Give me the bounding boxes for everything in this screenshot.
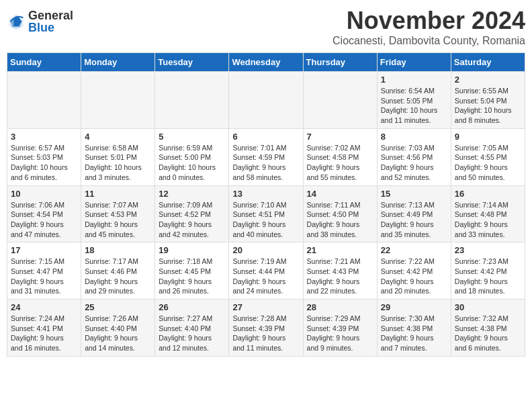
day-info: Sunrise: 7:09 AMSunset: 4:52 PMDaylight:…	[159, 200, 225, 240]
day-number: 18	[85, 245, 151, 255]
day-number: 27	[232, 302, 299, 312]
calendar-week-row: 17Sunrise: 7:15 AMSunset: 4:47 PMDayligh…	[7, 242, 525, 300]
calendar-cell	[7, 72, 81, 129]
calendar-cell: 18Sunrise: 7:17 AMSunset: 4:46 PMDayligh…	[81, 242, 155, 300]
weekday-header: Tuesday	[155, 53, 229, 72]
calendar-cell	[81, 72, 155, 129]
calendar-cell: 5Sunrise: 6:59 AMSunset: 5:00 PMDaylight…	[155, 128, 229, 185]
day-info: Sunrise: 7:19 AMSunset: 4:44 PMDaylight:…	[232, 257, 299, 296]
day-number: 29	[381, 302, 447, 312]
location-title: Ciocanesti, Dambovita County, Romania	[332, 35, 525, 47]
calendar-cell: 13Sunrise: 7:10 AMSunset: 4:51 PMDayligh…	[229, 185, 303, 242]
day-number: 5	[159, 132, 225, 142]
calendar-cell: 6Sunrise: 7:01 AMSunset: 4:59 PMDaylight…	[229, 128, 303, 185]
calendar-cell: 3Sunrise: 6:57 AMSunset: 5:03 PMDaylight…	[7, 128, 81, 185]
calendar-cell: 24Sunrise: 7:24 AMSunset: 4:41 PMDayligh…	[7, 300, 81, 357]
day-number: 24	[11, 302, 77, 312]
day-info: Sunrise: 7:11 AMSunset: 4:50 PMDaylight:…	[307, 200, 373, 240]
day-info: Sunrise: 7:01 AMSunset: 4:59 PMDaylight:…	[232, 143, 299, 183]
day-number: 21	[307, 245, 373, 255]
day-number: 2	[455, 75, 521, 85]
day-number: 1	[381, 75, 447, 85]
calendar-cell: 21Sunrise: 7:21 AMSunset: 4:43 PMDayligh…	[303, 242, 377, 300]
calendar-week-row: 24Sunrise: 7:24 AMSunset: 4:41 PMDayligh…	[7, 300, 525, 357]
day-info: Sunrise: 7:17 AMSunset: 4:46 PMDaylight:…	[85, 257, 151, 296]
calendar-cell: 9Sunrise: 7:05 AMSunset: 4:55 PMDaylight…	[451, 128, 525, 185]
day-info: Sunrise: 7:27 AMSunset: 4:40 PMDaylight:…	[159, 314, 225, 353]
calendar-cell: 23Sunrise: 7:23 AMSunset: 4:42 PMDayligh…	[451, 242, 525, 300]
day-number: 22	[381, 245, 447, 255]
calendar-cell: 20Sunrise: 7:19 AMSunset: 4:44 PMDayligh…	[229, 242, 303, 300]
day-info: Sunrise: 7:03 AMSunset: 4:56 PMDaylight:…	[381, 143, 447, 183]
weekday-header: Wednesday	[229, 53, 303, 72]
calendar-cell: 16Sunrise: 7:14 AMSunset: 4:48 PMDayligh…	[451, 185, 525, 242]
day-info: Sunrise: 6:59 AMSunset: 5:00 PMDaylight:…	[159, 143, 225, 183]
day-info: Sunrise: 7:23 AMSunset: 4:42 PMDaylight:…	[455, 257, 521, 296]
calendar-cell: 8Sunrise: 7:03 AMSunset: 4:56 PMDaylight…	[377, 128, 451, 185]
day-info: Sunrise: 6:55 AMSunset: 5:04 PMDaylight:…	[455, 86, 521, 126]
day-info: Sunrise: 7:06 AMSunset: 4:54 PMDaylight:…	[11, 200, 77, 240]
calendar-cell: 10Sunrise: 7:06 AMSunset: 4:54 PMDayligh…	[7, 185, 81, 242]
day-number: 16	[455, 189, 521, 199]
day-info: Sunrise: 6:58 AMSunset: 5:01 PMDaylight:…	[85, 143, 151, 183]
day-info: Sunrise: 7:30 AMSunset: 4:38 PMDaylight:…	[381, 314, 447, 353]
calendar-cell: 29Sunrise: 7:30 AMSunset: 4:38 PMDayligh…	[377, 300, 451, 357]
logo-blue: Blue	[28, 21, 73, 34]
day-number: 26	[159, 302, 225, 312]
calendar-cell: 30Sunrise: 7:32 AMSunset: 4:38 PMDayligh…	[451, 300, 525, 357]
day-info: Sunrise: 7:02 AMSunset: 4:58 PMDaylight:…	[307, 143, 373, 183]
weekday-header: Sunday	[7, 53, 81, 72]
logo-icon	[7, 12, 26, 31]
calendar-cell: 14Sunrise: 7:11 AMSunset: 4:50 PMDayligh…	[303, 185, 377, 242]
day-info: Sunrise: 6:57 AMSunset: 5:03 PMDaylight:…	[11, 143, 77, 183]
day-info: Sunrise: 7:05 AMSunset: 4:55 PMDaylight:…	[455, 143, 521, 183]
calendar-cell: 28Sunrise: 7:29 AMSunset: 4:39 PMDayligh…	[303, 300, 377, 357]
day-info: Sunrise: 7:15 AMSunset: 4:47 PMDaylight:…	[11, 257, 77, 296]
weekday-header: Thursday	[303, 53, 377, 72]
calendar-cell: 15Sunrise: 7:13 AMSunset: 4:49 PMDayligh…	[377, 185, 451, 242]
day-number: 28	[307, 302, 373, 312]
calendar-week-row: 3Sunrise: 6:57 AMSunset: 5:03 PMDaylight…	[7, 128, 525, 185]
day-number: 12	[159, 189, 225, 199]
day-number: 10	[11, 189, 77, 199]
day-info: Sunrise: 7:14 AMSunset: 4:48 PMDaylight:…	[455, 200, 521, 240]
month-title: November 2024	[332, 7, 525, 35]
day-number: 7	[307, 132, 373, 142]
day-number: 25	[85, 302, 151, 312]
weekday-header: Friday	[377, 53, 451, 72]
day-info: Sunrise: 7:26 AMSunset: 4:40 PMDaylight:…	[85, 314, 151, 353]
title-section: November 2024 Ciocanesti, Dambovita Coun…	[332, 7, 525, 47]
day-number: 15	[381, 189, 447, 199]
day-info: Sunrise: 7:10 AMSunset: 4:51 PMDaylight:…	[232, 200, 299, 240]
day-number: 3	[11, 132, 77, 142]
day-number: 19	[159, 245, 225, 255]
day-info: Sunrise: 6:54 AMSunset: 5:05 PMDaylight:…	[381, 86, 447, 126]
calendar-week-row: 1Sunrise: 6:54 AMSunset: 5:05 PMDaylight…	[7, 72, 525, 129]
logo: General Blue	[7, 9, 73, 34]
calendar-cell	[303, 72, 377, 129]
weekday-header-row: SundayMondayTuesdayWednesdayThursdayFrid…	[7, 53, 525, 72]
day-number: 8	[381, 132, 447, 142]
calendar-cell: 17Sunrise: 7:15 AMSunset: 4:47 PMDayligh…	[7, 242, 81, 300]
day-number: 23	[455, 245, 521, 255]
calendar-cell: 22Sunrise: 7:22 AMSunset: 4:42 PMDayligh…	[377, 242, 451, 300]
day-number: 11	[85, 189, 151, 199]
day-number: 20	[232, 245, 299, 255]
day-number: 6	[232, 132, 299, 142]
calendar-cell: 1Sunrise: 6:54 AMSunset: 5:05 PMDaylight…	[377, 72, 451, 129]
weekday-header: Monday	[81, 53, 155, 72]
page-header: General Blue November 2024 Ciocanesti, D…	[7, 7, 525, 47]
calendar-cell: 25Sunrise: 7:26 AMSunset: 4:40 PMDayligh…	[81, 300, 155, 357]
calendar-cell: 12Sunrise: 7:09 AMSunset: 4:52 PMDayligh…	[155, 185, 229, 242]
calendar-cell: 7Sunrise: 7:02 AMSunset: 4:58 PMDaylight…	[303, 128, 377, 185]
day-number: 4	[85, 132, 151, 142]
calendar: SundayMondayTuesdayWednesdayThursdayFrid…	[7, 52, 525, 357]
calendar-cell: 26Sunrise: 7:27 AMSunset: 4:40 PMDayligh…	[155, 300, 229, 357]
day-number: 13	[232, 189, 299, 199]
calendar-cell: 4Sunrise: 6:58 AMSunset: 5:01 PMDaylight…	[81, 128, 155, 185]
day-number: 14	[307, 189, 373, 199]
calendar-cell	[155, 72, 229, 129]
logo-general: General	[28, 9, 73, 21]
weekday-header: Saturday	[451, 53, 525, 72]
day-number: 9	[455, 132, 521, 142]
